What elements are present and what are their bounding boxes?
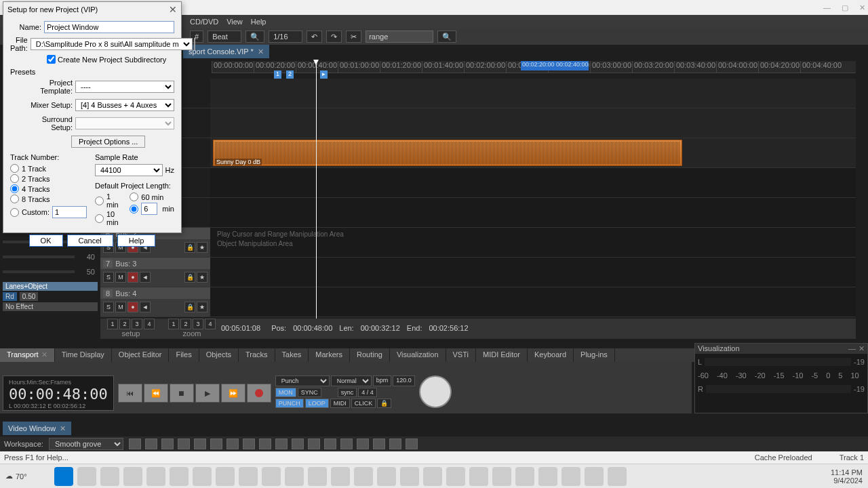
tab-routing[interactable]: Routing	[350, 348, 390, 362]
marker-1[interactable]: 1	[274, 70, 281, 79]
close-tab-icon[interactable]: ✕	[258, 47, 264, 56]
bpm-value[interactable]: 120.0	[393, 375, 415, 386]
grid-value-select[interactable]: 1/16	[269, 30, 302, 43]
length-10min-radio[interactable]	[95, 214, 104, 223]
taskbar-app-icon[interactable]	[100, 467, 119, 486]
cursor-mode-icon[interactable]: ✂	[346, 30, 361, 43]
document-tab[interactable]: sport Console.VIP * ✕	[183, 45, 269, 58]
fast-forward-button[interactable]: ⏩	[221, 384, 245, 403]
taskbar-app-icon[interactable]	[538, 467, 557, 486]
taskbar-app-icon[interactable]	[354, 467, 373, 486]
weather-widget[interactable]: ☁70°	[5, 472, 27, 481]
punch-select[interactable]: Punch	[275, 375, 330, 386]
menu-help[interactable]: Help	[251, 18, 267, 26]
dialog-close-button[interactable]: ✕	[169, 4, 177, 15]
no-effect-label[interactable]: No Effect	[3, 302, 98, 311]
tab-time-display[interactable]: Time Display	[55, 348, 112, 362]
fx-button[interactable]: ★	[197, 242, 208, 253]
track-header[interactable]: 8Bus: 4 S M ● ◄ 🔒 ★	[100, 287, 210, 317]
length-1min-radio[interactable]	[95, 197, 104, 205]
ws-icon[interactable]	[194, 439, 206, 449]
time-signature[interactable]: 4 / 4	[358, 388, 377, 397]
custom-tracks-input[interactable]	[52, 206, 87, 218]
ws-icon[interactable]	[340, 439, 353, 449]
tab-midi-editor[interactable]: MIDI Editor	[476, 348, 528, 362]
click-button[interactable]: CLICK	[351, 399, 376, 408]
taskbar-app-icon[interactable]	[285, 467, 304, 486]
taskbar-app-icon[interactable]	[239, 467, 258, 486]
maximize-button[interactable]: ▢	[842, 3, 848, 12]
mute-button[interactable]: M	[115, 272, 126, 283]
tab-keyboard[interactable]: Keyboard	[528, 348, 574, 362]
fx-button[interactable]: ★	[197, 302, 208, 312]
workspace-select[interactable]: Smooth grove	[49, 438, 123, 450]
ws-icon[interactable]	[373, 439, 385, 449]
track-custom-radio[interactable]	[10, 208, 19, 217]
ws-icon[interactable]	[308, 439, 320, 449]
ws-icon[interactable]	[210, 439, 222, 449]
jog-wheel[interactable]	[419, 375, 452, 408]
zoom-icon[interactable]: 🔍	[245, 30, 264, 43]
browse-button[interactable]	[194, 38, 195, 50]
file-path-select[interactable]: D:\Samplitude Pro x 8 suit\All samplitud…	[31, 38, 193, 50]
track-2-radio[interactable]	[10, 174, 19, 183]
range-selection[interactable]: 00:02:20:00 00:02:40:00	[521, 61, 589, 70]
taskbar-app-icon[interactable]	[193, 467, 212, 486]
lock-icon[interactable]: 🔒	[184, 242, 195, 253]
track-1-radio[interactable]	[10, 164, 19, 173]
track-lane[interactable]	[210, 287, 856, 317]
taskbar-app-icon[interactable]	[400, 467, 419, 486]
track-lane[interactable]: Play Cursor and Range Manipulation Area …	[210, 228, 856, 257]
ws-icon[interactable]	[389, 439, 401, 449]
record-arm-button[interactable]: ●	[127, 272, 138, 283]
rd-button[interactable]: Rd	[3, 292, 17, 301]
play-button[interactable]: ▶	[195, 384, 220, 403]
tab-vsti[interactable]: VSTi	[446, 348, 476, 362]
project-name-input[interactable]	[44, 21, 174, 33]
ws-icon[interactable]	[226, 439, 239, 449]
taskbar-app-icon[interactable]	[608, 467, 627, 486]
solo-button[interactable]: S	[103, 302, 114, 312]
sample-rate-select[interactable]: 44100	[95, 164, 163, 176]
fx-button[interactable]: ★	[197, 272, 208, 283]
ws-icon[interactable]	[243, 439, 255, 449]
ws-icon[interactable]	[292, 439, 304, 449]
lock-transport-icon[interactable]: 🔒	[377, 399, 391, 408]
taskbar-app-icon[interactable]	[585, 467, 604, 486]
track-lane[interactable]	[210, 258, 856, 287]
tab-plugins[interactable]: Plug-ins	[574, 348, 615, 362]
help-button[interactable]: Help	[117, 235, 156, 247]
rewind-button[interactable]: ⏪	[144, 384, 168, 403]
taskbar-app-icon[interactable]	[469, 467, 488, 486]
ws-icon[interactable]	[178, 439, 190, 449]
minimize-button[interactable]: —	[823, 3, 831, 12]
taskbar-app-icon[interactable]	[561, 467, 580, 486]
tab-objects[interactable]: Objects	[199, 348, 239, 362]
marker-flag[interactable]: ▸	[320, 70, 328, 79]
stop-button[interactable]: ⏹	[170, 384, 194, 403]
search-input[interactable]	[366, 30, 433, 43]
search-taskbar-icon[interactable]	[77, 467, 96, 486]
sync-button[interactable]: SYNC	[298, 388, 321, 397]
marker-2[interactable]: 2	[286, 70, 294, 79]
ws-icon[interactable]	[406, 439, 418, 449]
ws-icon[interactable]	[324, 439, 336, 449]
subdirectory-checkbox[interactable]	[47, 55, 56, 64]
search-icon[interactable]: 🔍	[437, 30, 456, 43]
surround-setup-select[interactable]	[75, 117, 174, 129]
tab-takes[interactable]: Takes	[275, 348, 309, 362]
monitor-button[interactable]: ◄	[140, 272, 151, 283]
audio-clip[interactable]: Sunny Day 0 dB	[213, 140, 682, 166]
ws-icon[interactable]	[275, 439, 288, 449]
redo-button[interactable]: ↷	[326, 30, 342, 43]
skip-start-button[interactable]: ⏮	[118, 384, 142, 403]
loop-button[interactable]: LOOP	[305, 399, 329, 408]
clock-time[interactable]: 11:14 PM	[831, 468, 863, 476]
playhead[interactable]	[316, 61, 317, 319]
project-options-button[interactable]: Project Options ...	[71, 136, 145, 148]
lock-icon[interactable]: 🔒	[184, 272, 195, 283]
ws-icon[interactable]	[161, 439, 174, 449]
punch-button[interactable]: PUNCH	[275, 399, 304, 408]
cancel-button[interactable]: Cancel	[67, 235, 113, 247]
monitor-button[interactable]: ◄	[140, 302, 151, 312]
